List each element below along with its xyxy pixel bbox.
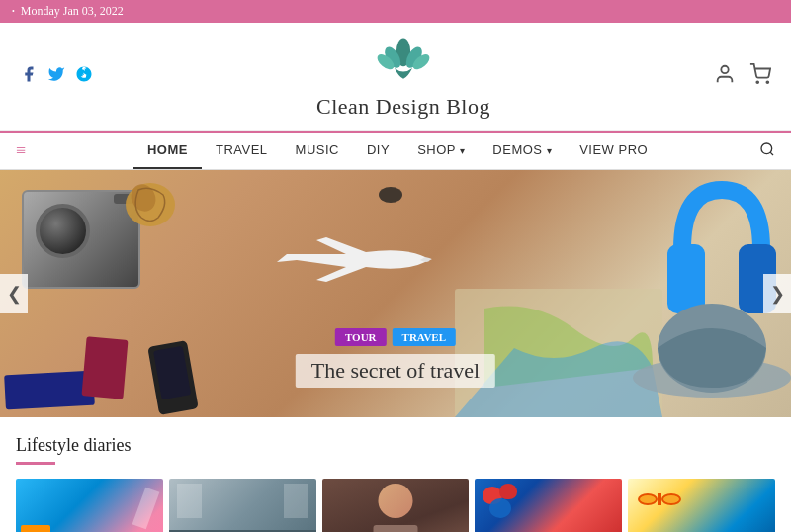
logo-area: Clean Design Blog bbox=[93, 33, 714, 120]
top-bar-dot: • bbox=[12, 7, 15, 16]
lifestyle-thumb-5[interactable] bbox=[628, 479, 775, 532]
hero-slider: TOUR TRAVEL The secret of travel ❮ ❯ bbox=[0, 170, 791, 417]
lifestyle-title: Lifestyle diaries bbox=[16, 435, 775, 456]
svg-point-6 bbox=[756, 81, 758, 83]
camera-decoration bbox=[22, 190, 140, 289]
shell-decoration bbox=[124, 180, 178, 229]
nav-links: HOME TRAVEL MUSIC DIY SHOP ▾ DEMOS ▾ VIE… bbox=[36, 133, 759, 169]
main-nav: ≡ HOME TRAVEL MUSIC DIY SHOP ▾ DEMOS ▾ V… bbox=[0, 131, 791, 170]
search-icon[interactable] bbox=[759, 141, 775, 161]
nav-demos[interactable]: DEMOS ▾ bbox=[479, 133, 566, 169]
top-bar-date: Monday Jan 03, 2022 bbox=[21, 4, 124, 19]
phone-decoration bbox=[147, 340, 199, 415]
airplane-decoration bbox=[267, 222, 445, 292]
twitter-link[interactable] bbox=[47, 65, 65, 87]
lifestyle-thumbnails bbox=[16, 479, 775, 532]
top-bar: • Monday Jan 03, 2022 bbox=[0, 0, 791, 23]
section-underline bbox=[16, 462, 55, 465]
nav-diy[interactable]: DIY bbox=[353, 133, 403, 169]
header-actions bbox=[714, 63, 771, 90]
bird-decoration bbox=[376, 185, 405, 205]
site-title: Clean Design Blog bbox=[93, 94, 714, 120]
book-decoration bbox=[81, 336, 128, 399]
logo-icon bbox=[377, 33, 430, 86]
nav-travel[interactable]: TRAVEL bbox=[202, 133, 282, 169]
nav-home[interactable]: HOME bbox=[133, 133, 202, 169]
shop-arrow: ▾ bbox=[460, 145, 466, 156]
header: Clean Design Blog bbox=[0, 23, 791, 131]
hero-overlay: TOUR TRAVEL The secret of travel bbox=[296, 328, 495, 388]
tag-travel[interactable]: TRAVEL bbox=[393, 328, 456, 346]
lifestyle-section: Lifestyle diaries bbox=[0, 417, 791, 532]
tag-tour[interactable]: TOUR bbox=[335, 328, 387, 346]
user-icon[interactable] bbox=[714, 63, 736, 90]
slider-next-button[interactable]: ❯ bbox=[763, 274, 791, 313]
lifestyle-thumb-2[interactable] bbox=[169, 479, 316, 532]
hero-tags: TOUR TRAVEL bbox=[296, 328, 495, 346]
nav-viewpro[interactable]: VIEW PRO bbox=[566, 133, 661, 169]
demos-arrow: ▾ bbox=[547, 145, 553, 156]
lifestyle-thumb-3[interactable] bbox=[322, 479, 470, 532]
svg-point-5 bbox=[721, 65, 728, 72]
nav-music[interactable]: MUSIC bbox=[282, 133, 353, 169]
hamburger-icon[interactable]: ≡ bbox=[16, 140, 26, 161]
cart-icon[interactable] bbox=[749, 63, 771, 90]
svg-point-7 bbox=[766, 81, 768, 83]
svg-point-8 bbox=[761, 143, 772, 154]
social-links bbox=[20, 65, 93, 87]
facebook-link[interactable] bbox=[20, 65, 38, 87]
lifestyle-thumb-1[interactable] bbox=[16, 479, 163, 532]
slider-prev-button[interactable]: ❮ bbox=[0, 274, 28, 313]
nav-shop[interactable]: SHOP ▾ bbox=[403, 133, 479, 169]
hero-title: The secret of travel bbox=[296, 354, 495, 388]
svg-point-11 bbox=[379, 187, 402, 203]
skype-link[interactable] bbox=[75, 65, 93, 87]
lifestyle-thumb-4[interactable] bbox=[475, 479, 622, 532]
